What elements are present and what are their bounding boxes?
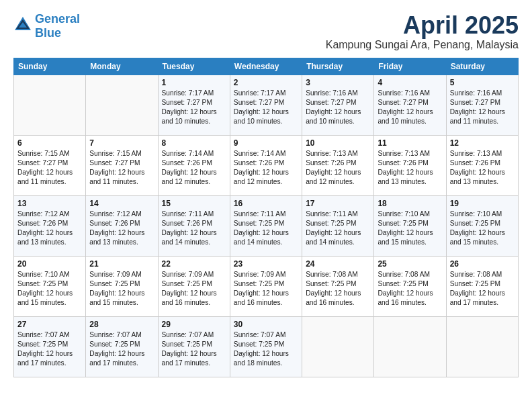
day-number: 13 (17, 199, 82, 208)
day-number: 23 (234, 259, 298, 269)
day-cell: 12Sunrise: 7:13 AM Sunset: 7:26 PM Dayli… (446, 135, 518, 195)
day-info: Sunrise: 7:13 AM Sunset: 7:26 PM Dayligh… (378, 149, 442, 187)
day-cell: 26Sunrise: 7:08 AM Sunset: 7:25 PM Dayli… (446, 256, 518, 316)
day-cell: 28Sunrise: 7:07 AM Sunset: 7:25 PM Dayli… (86, 316, 158, 377)
day-info: Sunrise: 7:15 AM Sunset: 7:27 PM Dayligh… (89, 149, 154, 187)
day-number: 12 (450, 138, 515, 148)
calendar-title: April 2025 (326, 12, 519, 39)
day-cell: 17Sunrise: 7:11 AM Sunset: 7:25 PM Dayli… (302, 195, 374, 256)
day-cell: 21Sunrise: 7:09 AM Sunset: 7:25 PM Dayli… (86, 256, 158, 316)
page-header: General Blue April 2025 Kampung Sungai A… (13, 12, 519, 51)
col-header-wednesday: Wednesday (230, 58, 302, 75)
day-info: Sunrise: 7:13 AM Sunset: 7:26 PM Dayligh… (306, 149, 370, 187)
day-number: 6 (17, 138, 82, 148)
col-header-sunday: Sunday (14, 58, 86, 75)
day-number: 19 (450, 199, 515, 208)
day-number: 8 (162, 138, 226, 148)
day-info: Sunrise: 7:10 AM Sunset: 7:25 PM Dayligh… (450, 210, 515, 248)
day-info: Sunrise: 7:11 AM Sunset: 7:26 PM Dayligh… (162, 210, 226, 248)
day-number: 26 (450, 259, 515, 269)
day-number: 1 (162, 78, 226, 87)
day-number: 3 (306, 78, 370, 87)
day-number: 2 (234, 78, 298, 87)
day-cell (374, 316, 446, 377)
col-header-thursday: Thursday (302, 58, 374, 75)
week-row-1: 1Sunrise: 7:17 AM Sunset: 7:27 PM Daylig… (14, 75, 519, 135)
day-info: Sunrise: 7:15 AM Sunset: 7:27 PM Dayligh… (17, 149, 82, 187)
day-cell: 5Sunrise: 7:16 AM Sunset: 7:27 PM Daylig… (446, 75, 518, 135)
day-info: Sunrise: 7:16 AM Sunset: 7:27 PM Dayligh… (378, 89, 442, 127)
week-row-3: 13Sunrise: 7:12 AM Sunset: 7:26 PM Dayli… (14, 195, 519, 256)
day-number: 7 (89, 138, 154, 148)
day-info: Sunrise: 7:07 AM Sunset: 7:25 PM Dayligh… (162, 330, 226, 369)
day-number: 15 (162, 199, 226, 208)
day-cell: 27Sunrise: 7:07 AM Sunset: 7:25 PM Dayli… (14, 316, 86, 377)
day-info: Sunrise: 7:14 AM Sunset: 7:26 PM Dayligh… (234, 149, 298, 187)
day-info: Sunrise: 7:09 AM Sunset: 7:25 PM Dayligh… (89, 270, 154, 308)
day-cell: 19Sunrise: 7:10 AM Sunset: 7:25 PM Dayli… (446, 195, 518, 256)
day-cell: 10Sunrise: 7:13 AM Sunset: 7:26 PM Dayli… (302, 135, 374, 195)
day-info: Sunrise: 7:11 AM Sunset: 7:25 PM Dayligh… (234, 210, 298, 248)
day-number: 5 (450, 78, 515, 87)
day-cell: 2Sunrise: 7:17 AM Sunset: 7:27 PM Daylig… (230, 75, 302, 135)
day-info: Sunrise: 7:16 AM Sunset: 7:27 PM Dayligh… (450, 89, 515, 127)
day-info: Sunrise: 7:10 AM Sunset: 7:25 PM Dayligh… (378, 210, 442, 248)
day-number: 9 (234, 138, 298, 148)
day-info: Sunrise: 7:17 AM Sunset: 7:27 PM Dayligh… (234, 89, 298, 127)
day-cell: 30Sunrise: 7:07 AM Sunset: 7:25 PM Dayli… (230, 316, 302, 377)
col-header-tuesday: Tuesday (158, 58, 230, 75)
week-row-2: 6Sunrise: 7:15 AM Sunset: 7:27 PM Daylig… (14, 135, 519, 195)
logo-text-line1: General (35, 12, 80, 26)
col-header-friday: Friday (374, 58, 446, 75)
day-number: 24 (306, 259, 370, 269)
day-info: Sunrise: 7:07 AM Sunset: 7:25 PM Dayligh… (17, 330, 82, 369)
day-number: 28 (89, 320, 154, 329)
day-cell: 6Sunrise: 7:15 AM Sunset: 7:27 PM Daylig… (14, 135, 86, 195)
day-info: Sunrise: 7:07 AM Sunset: 7:25 PM Dayligh… (234, 330, 298, 369)
day-number: 29 (162, 320, 226, 329)
day-cell: 14Sunrise: 7:12 AM Sunset: 7:26 PM Dayli… (86, 195, 158, 256)
day-cell: 20Sunrise: 7:10 AM Sunset: 7:25 PM Dayli… (14, 256, 86, 316)
day-cell (14, 75, 86, 135)
day-cell: 15Sunrise: 7:11 AM Sunset: 7:26 PM Dayli… (158, 195, 230, 256)
logo-icon (13, 15, 32, 34)
day-info: Sunrise: 7:16 AM Sunset: 7:27 PM Dayligh… (306, 89, 370, 127)
day-cell: 7Sunrise: 7:15 AM Sunset: 7:27 PM Daylig… (86, 135, 158, 195)
day-number: 21 (89, 259, 154, 269)
calendar-table: SundayMondayTuesdayWednesdayThursdayFrid… (13, 58, 519, 377)
day-cell: 23Sunrise: 7:09 AM Sunset: 7:25 PM Dayli… (230, 256, 302, 316)
day-cell: 9Sunrise: 7:14 AM Sunset: 7:26 PM Daylig… (230, 135, 302, 195)
day-info: Sunrise: 7:07 AM Sunset: 7:25 PM Dayligh… (89, 330, 154, 369)
day-info: Sunrise: 7:10 AM Sunset: 7:25 PM Dayligh… (17, 270, 82, 308)
day-number: 16 (234, 199, 298, 208)
calendar-subtitle: Kampung Sungai Ara, Penang, Malaysia (326, 39, 519, 51)
day-info: Sunrise: 7:08 AM Sunset: 7:25 PM Dayligh… (450, 270, 515, 308)
day-cell: 25Sunrise: 7:08 AM Sunset: 7:25 PM Dayli… (374, 256, 446, 316)
day-number: 11 (378, 138, 442, 148)
day-cell: 11Sunrise: 7:13 AM Sunset: 7:26 PM Dayli… (374, 135, 446, 195)
day-number: 18 (378, 199, 442, 208)
day-number: 22 (162, 259, 226, 269)
day-info: Sunrise: 7:08 AM Sunset: 7:25 PM Dayligh… (306, 270, 370, 308)
day-cell: 22Sunrise: 7:09 AM Sunset: 7:25 PM Dayli… (158, 256, 230, 316)
day-cell (302, 316, 374, 377)
title-block: April 2025 Kampung Sungai Ara, Penang, M… (326, 12, 519, 51)
day-number: 4 (378, 78, 442, 87)
day-number: 14 (89, 199, 154, 208)
day-info: Sunrise: 7:09 AM Sunset: 7:25 PM Dayligh… (234, 270, 298, 308)
week-row-4: 20Sunrise: 7:10 AM Sunset: 7:25 PM Dayli… (14, 256, 519, 316)
logo-text-line2: Blue (35, 26, 80, 40)
day-cell: 3Sunrise: 7:16 AM Sunset: 7:27 PM Daylig… (302, 75, 374, 135)
day-number: 25 (378, 259, 442, 269)
day-number: 17 (306, 199, 370, 208)
day-info: Sunrise: 7:12 AM Sunset: 7:26 PM Dayligh… (89, 210, 154, 248)
day-info: Sunrise: 7:13 AM Sunset: 7:26 PM Dayligh… (450, 149, 515, 187)
day-info: Sunrise: 7:08 AM Sunset: 7:25 PM Dayligh… (378, 270, 442, 308)
day-cell (446, 316, 518, 377)
col-header-saturday: Saturday (446, 58, 518, 75)
day-cell: 24Sunrise: 7:08 AM Sunset: 7:25 PM Dayli… (302, 256, 374, 316)
day-number: 10 (306, 138, 370, 148)
day-cell: 18Sunrise: 7:10 AM Sunset: 7:25 PM Dayli… (374, 195, 446, 256)
logo: General Blue (13, 12, 80, 40)
day-info: Sunrise: 7:12 AM Sunset: 7:26 PM Dayligh… (17, 210, 82, 248)
